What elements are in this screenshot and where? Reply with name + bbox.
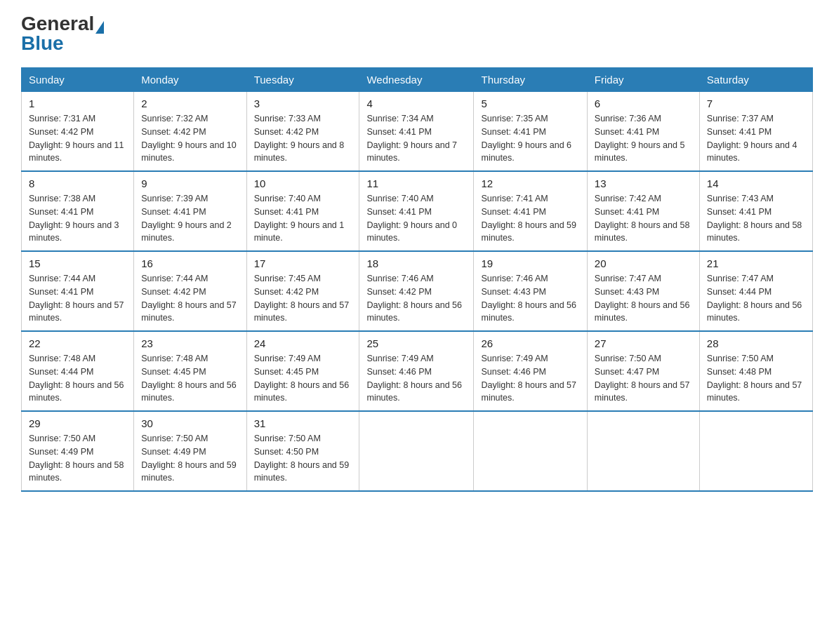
day-number: 27 (595, 337, 692, 349)
calendar-cell: 25Sunrise: 7:49 AMSunset: 4:46 PMDayligh… (359, 331, 474, 411)
logo-triangle-icon (95, 21, 104, 34)
day-number: 9 (141, 177, 239, 189)
calendar-body: 1Sunrise: 7:31 AMSunset: 4:42 PMDaylight… (22, 92, 813, 492)
page-header: General Blue (21, 14, 813, 53)
day-number: 8 (29, 177, 126, 189)
day-info: Sunrise: 7:46 AMSunset: 4:42 PMDaylight:… (366, 272, 466, 325)
day-number: 20 (595, 257, 692, 269)
day-info: Sunrise: 7:43 AMSunset: 4:41 PMDaylight:… (707, 192, 805, 245)
day-info: Sunrise: 7:42 AMSunset: 4:41 PMDaylight:… (595, 192, 692, 245)
day-info: Sunrise: 7:50 AMSunset: 4:47 PMDaylight:… (595, 352, 692, 405)
calendar-week-row: 29Sunrise: 7:50 AMSunset: 4:49 PMDayligh… (22, 411, 813, 491)
day-info: Sunrise: 7:48 AMSunset: 4:44 PMDaylight:… (29, 352, 126, 405)
calendar-cell: 27Sunrise: 7:50 AMSunset: 4:47 PMDayligh… (587, 331, 699, 411)
calendar-cell: 28Sunrise: 7:50 AMSunset: 4:48 PMDayligh… (699, 331, 812, 411)
day-number: 25 (366, 337, 466, 349)
day-info: Sunrise: 7:50 AMSunset: 4:49 PMDaylight:… (141, 432, 239, 485)
calendar-table: Sunday Monday Tuesday Wednesday Thursday… (21, 67, 813, 492)
calendar-cell (699, 411, 812, 491)
calendar-cell: 12Sunrise: 7:41 AMSunset: 4:41 PMDayligh… (474, 171, 587, 251)
calendar-cell: 3Sunrise: 7:33 AMSunset: 4:42 PMDaylight… (246, 92, 359, 172)
logo-general-text: General (21, 14, 94, 34)
calendar-cell: 11Sunrise: 7:40 AMSunset: 4:41 PMDayligh… (359, 171, 474, 251)
header-row: Sunday Monday Tuesday Wednesday Thursday… (22, 68, 813, 92)
calendar-cell: 9Sunrise: 7:39 AMSunset: 4:41 PMDaylight… (134, 171, 246, 251)
col-sunday: Sunday (22, 68, 134, 92)
calendar-cell: 7Sunrise: 7:37 AMSunset: 4:41 PMDaylight… (699, 92, 812, 172)
col-monday: Monday (134, 68, 246, 92)
day-number: 12 (481, 177, 579, 189)
calendar-cell: 10Sunrise: 7:40 AMSunset: 4:41 PMDayligh… (246, 171, 359, 251)
day-info: Sunrise: 7:37 AMSunset: 4:41 PMDaylight:… (707, 112, 805, 165)
calendar-cell: 6Sunrise: 7:36 AMSunset: 4:41 PMDaylight… (587, 92, 699, 172)
col-wednesday: Wednesday (359, 68, 474, 92)
calendar-cell: 22Sunrise: 7:48 AMSunset: 4:44 PMDayligh… (22, 331, 134, 411)
day-info: Sunrise: 7:49 AMSunset: 4:46 PMDaylight:… (366, 352, 466, 405)
calendar-cell: 13Sunrise: 7:42 AMSunset: 4:41 PMDayligh… (587, 171, 699, 251)
calendar-week-row: 22Sunrise: 7:48 AMSunset: 4:44 PMDayligh… (22, 331, 813, 411)
day-number: 19 (481, 257, 579, 269)
day-info: Sunrise: 7:31 AMSunset: 4:42 PMDaylight:… (29, 112, 126, 165)
day-number: 15 (29, 257, 126, 269)
day-info: Sunrise: 7:40 AMSunset: 4:41 PMDaylight:… (366, 192, 466, 245)
day-info: Sunrise: 7:44 AMSunset: 4:42 PMDaylight:… (141, 272, 239, 325)
calendar-cell: 4Sunrise: 7:34 AMSunset: 4:41 PMDaylight… (359, 92, 474, 172)
day-info: Sunrise: 7:47 AMSunset: 4:44 PMDaylight:… (707, 272, 805, 325)
day-info: Sunrise: 7:38 AMSunset: 4:41 PMDaylight:… (29, 192, 126, 245)
calendar-cell: 1Sunrise: 7:31 AMSunset: 4:42 PMDaylight… (22, 92, 134, 172)
day-number: 22 (29, 337, 126, 349)
calendar-cell: 21Sunrise: 7:47 AMSunset: 4:44 PMDayligh… (699, 251, 812, 331)
calendar-cell: 23Sunrise: 7:48 AMSunset: 4:45 PMDayligh… (134, 331, 246, 411)
day-info: Sunrise: 7:44 AMSunset: 4:41 PMDaylight:… (29, 272, 126, 325)
calendar-cell (359, 411, 474, 491)
day-info: Sunrise: 7:50 AMSunset: 4:50 PMDaylight:… (254, 432, 352, 485)
calendar-week-row: 8Sunrise: 7:38 AMSunset: 4:41 PMDaylight… (22, 171, 813, 251)
day-info: Sunrise: 7:45 AMSunset: 4:42 PMDaylight:… (254, 272, 352, 325)
day-number: 31 (254, 417, 352, 429)
day-number: 2 (141, 98, 239, 109)
day-info: Sunrise: 7:35 AMSunset: 4:41 PMDaylight:… (481, 112, 579, 165)
day-info: Sunrise: 7:39 AMSunset: 4:41 PMDaylight:… (141, 192, 239, 245)
col-tuesday: Tuesday (246, 68, 359, 92)
calendar-cell (474, 411, 587, 491)
calendar-cell: 5Sunrise: 7:35 AMSunset: 4:41 PMDaylight… (474, 92, 587, 172)
day-number: 26 (481, 337, 579, 349)
day-number: 17 (254, 257, 352, 269)
calendar-cell: 16Sunrise: 7:44 AMSunset: 4:42 PMDayligh… (134, 251, 246, 331)
day-number: 23 (141, 337, 239, 349)
day-number: 14 (707, 177, 805, 189)
calendar-cell: 2Sunrise: 7:32 AMSunset: 4:42 PMDaylight… (134, 92, 246, 172)
day-number: 29 (29, 417, 126, 429)
day-number: 6 (595, 98, 692, 109)
day-info: Sunrise: 7:46 AMSunset: 4:43 PMDaylight:… (481, 272, 579, 325)
day-info: Sunrise: 7:48 AMSunset: 4:45 PMDaylight:… (141, 352, 239, 405)
calendar-header: Sunday Monday Tuesday Wednesday Thursday… (22, 68, 813, 92)
calendar-cell (587, 411, 699, 491)
day-info: Sunrise: 7:32 AMSunset: 4:42 PMDaylight:… (141, 112, 239, 165)
day-info: Sunrise: 7:33 AMSunset: 4:42 PMDaylight:… (254, 112, 352, 165)
calendar-week-row: 15Sunrise: 7:44 AMSunset: 4:41 PMDayligh… (22, 251, 813, 331)
calendar-cell: 20Sunrise: 7:47 AMSunset: 4:43 PMDayligh… (587, 251, 699, 331)
day-number: 10 (254, 177, 352, 189)
calendar-cell: 17Sunrise: 7:45 AMSunset: 4:42 PMDayligh… (246, 251, 359, 331)
calendar-cell: 14Sunrise: 7:43 AMSunset: 4:41 PMDayligh… (699, 171, 812, 251)
day-number: 1 (29, 98, 126, 109)
calendar-cell: 26Sunrise: 7:49 AMSunset: 4:46 PMDayligh… (474, 331, 587, 411)
day-number: 28 (707, 337, 805, 349)
day-number: 4 (366, 98, 466, 109)
col-friday: Friday (587, 68, 699, 92)
calendar-cell: 15Sunrise: 7:44 AMSunset: 4:41 PMDayligh… (22, 251, 134, 331)
day-info: Sunrise: 7:40 AMSunset: 4:41 PMDaylight:… (254, 192, 352, 245)
day-number: 7 (707, 98, 805, 109)
day-info: Sunrise: 7:50 AMSunset: 4:48 PMDaylight:… (707, 352, 805, 405)
calendar-cell: 29Sunrise: 7:50 AMSunset: 4:49 PMDayligh… (22, 411, 134, 491)
day-number: 21 (707, 257, 805, 269)
day-info: Sunrise: 7:41 AMSunset: 4:41 PMDaylight:… (481, 192, 579, 245)
day-number: 18 (366, 257, 466, 269)
calendar-cell: 8Sunrise: 7:38 AMSunset: 4:41 PMDaylight… (22, 171, 134, 251)
day-info: Sunrise: 7:50 AMSunset: 4:49 PMDaylight:… (29, 432, 126, 485)
calendar-cell: 30Sunrise: 7:50 AMSunset: 4:49 PMDayligh… (134, 411, 246, 491)
day-number: 30 (141, 417, 239, 429)
calendar-week-row: 1Sunrise: 7:31 AMSunset: 4:42 PMDaylight… (22, 92, 813, 172)
day-number: 5 (481, 98, 579, 109)
